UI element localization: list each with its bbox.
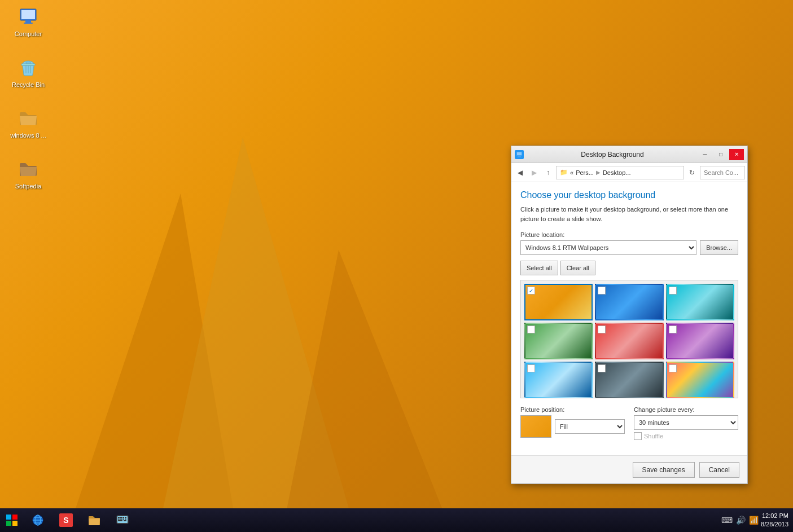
speaker-tray-icon[interactable]: 🔊 [736, 516, 746, 525]
wallpaper-checkbox-8[interactable] [598, 364, 606, 372]
window-controls: ─ □ ✕ [698, 149, 744, 160]
svg-rect-29 [125, 518, 126, 520]
window-titlebar: Desktop Background ─ □ ✕ [511, 146, 747, 163]
maximize-button[interactable]: □ [713, 149, 728, 160]
taskbar: S [0, 508, 793, 532]
wallpaper-thumb-5[interactable] [595, 323, 663, 359]
taskbar-item-settings[interactable] [108, 508, 137, 532]
svg-rect-26 [118, 518, 120, 520]
section-title: Choose your desktop background [520, 190, 738, 200]
svg-rect-14 [12, 521, 17, 526]
select-all-button[interactable]: Select all [520, 261, 558, 275]
change-picture-label: Change picture every: [634, 406, 738, 413]
location-select[interactable]: Windows 8.1 RTM Wallpapers [520, 240, 696, 255]
taskbar-items: S [24, 508, 717, 532]
taskbar-item-explorer[interactable] [80, 508, 108, 532]
up-button[interactable]: ↑ [542, 166, 554, 179]
svg-rect-24 [122, 517, 124, 518]
address-icon: 📁 [560, 169, 568, 176]
desktop-icon-computer[interactable]: Computer [6, 6, 51, 37]
recycle-bin-icon [17, 56, 40, 79]
minimize-button[interactable]: ─ [698, 149, 712, 160]
desktop-background-window: Desktop Background ─ □ ✕ ◀ ▶ ↑ 📁 « Pers.… [511, 146, 748, 484]
location-row: Windows 8.1 RTM Wallpapers Browse... [520, 240, 738, 255]
forward-button[interactable]: ▶ [528, 166, 540, 179]
wallpaper-checkbox-6[interactable] [669, 326, 677, 333]
browse-button[interactable]: Browse... [700, 240, 738, 255]
wallpaper-checkbox-4[interactable] [527, 326, 535, 333]
wallpaper-checkbox-9[interactable] [669, 364, 677, 372]
svg-rect-23 [120, 517, 122, 518]
softpedia-icon [17, 158, 40, 181]
bottom-section: Picture position: Fill Change picture ev… [520, 406, 738, 440]
shuffle-checkbox[interactable] [634, 432, 642, 440]
wallpaper-checkbox-2[interactable] [598, 287, 606, 294]
wallpaper-thumb-8[interactable] [595, 362, 663, 398]
wallpaper-thumb-7[interactable] [524, 362, 593, 398]
svg-rect-9 [518, 156, 521, 157]
breadcrumb-sep: ▶ [596, 169, 601, 175]
picture-location-label: Picture location: [520, 231, 738, 238]
position-preview-row: Fill [520, 415, 625, 438]
svg-rect-6 [21, 64, 35, 65]
picture-position-label: Picture position: [520, 406, 625, 413]
desktop-icon-softpedia[interactable]: Softpedia [6, 158, 51, 190]
desktop-icon-recycle[interactable]: Recycle Bin [6, 56, 51, 88]
wallpaper-checkbox-5[interactable] [598, 326, 606, 333]
section-desc: Click a picture to make it your desktop … [520, 205, 738, 223]
wallpaper-grid: ✓ [521, 280, 738, 398]
svg-rect-31 [124, 520, 126, 521]
taskbar-item-s[interactable]: S [52, 508, 80, 532]
start-button[interactable] [0, 508, 24, 532]
address-path-desktop: Desktop... [603, 169, 631, 176]
close-button[interactable]: ✕ [729, 149, 744, 160]
svg-rect-25 [125, 517, 126, 518]
desktop-icon-folder1[interactable]: windows 8 ... [6, 107, 51, 139]
position-select[interactable]: Fill [555, 419, 625, 434]
position-preview [520, 415, 551, 438]
wallpaper-thumb-9[interactable] [666, 362, 734, 398]
svg-rect-27 [120, 518, 122, 520]
wallpaper-checkbox-3[interactable] [669, 287, 677, 294]
address-breadcrumb-part1: « [570, 169, 573, 176]
recycle-icon-label: Recycle Bin [12, 81, 45, 88]
svg-rect-11 [6, 515, 11, 520]
wallpaper-grid-container: ✓ [520, 280, 738, 398]
computer-icon-label: Computer [15, 30, 42, 37]
softpedia-icon-label: Softpedia [15, 183, 41, 190]
taskbar-item-ie[interactable] [24, 508, 52, 532]
wallpaper-thumb-1[interactable]: ✓ [524, 284, 593, 320]
window-content: Choose your desktop background Click a p… [511, 182, 747, 455]
taskbar-clock[interactable]: 12:02 PM 8/28/2013 [761, 512, 788, 529]
wallpaper-thumb-6[interactable] [666, 323, 734, 359]
cancel-button[interactable]: Cancel [699, 462, 739, 478]
window-title: Desktop Background [527, 151, 698, 159]
clock-time: 12:02 PM [761, 512, 788, 520]
wallpaper-checkbox-7[interactable] [527, 364, 535, 372]
folder1-icon-label: windows 8 ... [10, 132, 46, 139]
save-changes-button[interactable]: Save changes [633, 462, 695, 478]
svg-rect-22 [118, 517, 120, 518]
wallpaper-checkbox-1[interactable]: ✓ [527, 287, 535, 294]
search-input[interactable] [700, 166, 745, 179]
taskbar-right: ⌨ 🔊 📶 12:02 PM 8/28/2013 [717, 508, 793, 532]
address-path[interactable]: 📁 « Pers... ▶ Desktop... [556, 166, 684, 179]
svg-rect-1 [21, 10, 35, 19]
svg-rect-12 [12, 515, 17, 520]
shuffle-label: Shuffle [644, 433, 663, 439]
clear-all-button[interactable]: Clear all [560, 261, 595, 275]
wallpaper-thumb-3[interactable] [666, 284, 734, 320]
change-picture-select[interactable]: 30 minutes [634, 415, 738, 430]
folder1-icon [17, 107, 40, 130]
keyboard-tray-icon[interactable]: ⌨ [721, 516, 733, 525]
window-addressbar: ◀ ▶ ↑ 📁 « Pers... ▶ Desktop... ↻ [511, 163, 747, 182]
back-button[interactable]: ◀ [514, 166, 526, 179]
svg-rect-10 [517, 157, 522, 157]
wallpaper-thumb-2[interactable] [595, 284, 663, 320]
refresh-button[interactable]: ↻ [686, 166, 698, 179]
position-section: Picture position: Fill [520, 406, 625, 440]
network-tray-icon[interactable]: 📶 [749, 516, 759, 525]
svg-rect-2 [25, 20, 31, 23]
address-path-pers: Pers... [576, 169, 594, 176]
wallpaper-thumb-4[interactable] [524, 323, 593, 359]
